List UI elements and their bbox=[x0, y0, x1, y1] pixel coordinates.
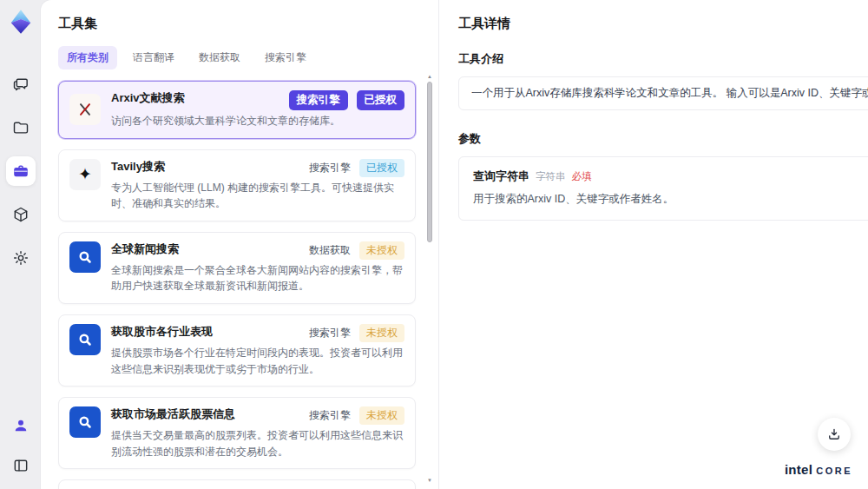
params-heading: 参数 bbox=[458, 131, 868, 147]
sidebar-bottom bbox=[6, 411, 36, 480]
tool-name: 获取市场最活跃股票信息 bbox=[111, 406, 235, 423]
tool-description: 提供股票市场各个行业在特定时间段内的表现。投资者可以利用这些信息来识别表现优于或… bbox=[111, 345, 404, 377]
sidebar-nav bbox=[6, 69, 36, 273]
tool-description: 访问各个研究领域大量科学论文和文章的存储库。 bbox=[111, 113, 404, 129]
news-search-icon bbox=[69, 406, 101, 438]
main-content: 工具集 所有类别语言翻译数据获取搜索引擎 Arxiv文献搜索 搜索引擎 已授权 … bbox=[41, 0, 868, 489]
tool-card[interactable]: ✦ Tavily搜索 搜索引擎 已授权 专为人工智能代理 (LLM) 构建的搜索… bbox=[58, 149, 416, 221]
arxiv-icon bbox=[69, 94, 101, 125]
intro-text: 一个用于从Arxiv存储库搜索科学论文和文章的工具。 输入可以是Arxiv ID… bbox=[471, 87, 868, 99]
core-wordmark: CORE bbox=[816, 466, 852, 476]
tool-card[interactable]: 全球新闻搜索 数据获取 未授权 全球新闻搜索是一个聚合全球各大新闻网站内容的搜索… bbox=[58, 232, 416, 304]
intro-heading: 工具介绍 bbox=[458, 51, 868, 67]
category-tag: 搜索引擎 bbox=[309, 161, 351, 175]
tool-description: 提供当天交易量最高的股票列表。投资者可以利用这些信息来识别流动性强的股票和潜在的… bbox=[111, 427, 404, 459]
download-icon bbox=[826, 426, 842, 442]
download-button[interactable] bbox=[818, 418, 851, 451]
tool-card[interactable]: 获取市场最活跃股票信息 搜索引擎 未授权 提供当天交易量最高的股票列表。投资者可… bbox=[58, 397, 416, 469]
scrollbar-thumb[interactable] bbox=[427, 82, 432, 242]
sidebar bbox=[0, 0, 41, 489]
tavily-icon: ✦ bbox=[69, 159, 101, 190]
folder-icon[interactable] bbox=[6, 113, 36, 142]
news-search-icon bbox=[69, 324, 101, 355]
tool-card[interactable]: Arxiv文献搜索 搜索引擎 已授权 访问各个研究领域大量科学论文和文章的存储库… bbox=[58, 81, 416, 139]
auth-badge: 未授权 bbox=[359, 406, 404, 425]
scrollbar-down-icon[interactable]: ▼ bbox=[426, 477, 433, 484]
panel-toggle-icon[interactable] bbox=[6, 451, 36, 480]
list-scrollbar[interactable]: ▲ ▼ bbox=[426, 75, 433, 484]
details-title: 工具详情 bbox=[458, 16, 868, 32]
gear-icon[interactable] bbox=[6, 243, 36, 273]
app-window: 工具集 所有类别语言翻译数据获取搜索引擎 Arxiv文献搜索 搜索引擎 已授权 … bbox=[0, 0, 868, 489]
intel-core-logo: intel CORE bbox=[785, 462, 852, 477]
chat-icon[interactable] bbox=[6, 69, 36, 99]
tool-details-pane: 工具详情 工具介绍 一个用于从Arxiv存储库搜索科学论文和文章的工具。 输入可… bbox=[438, 0, 868, 489]
param-box: 查询字符串 字符串 必填 用于搜索的Arxiv ID、关键字或作者姓名。 bbox=[458, 156, 868, 221]
category-tabs: 所有类别语言翻译数据获取搜索引擎 bbox=[58, 46, 421, 69]
tool-name: Arxiv文献搜索 bbox=[111, 90, 185, 107]
auth-badge: 未授权 bbox=[359, 324, 404, 342]
tool-name: Tavily搜索 bbox=[111, 159, 165, 175]
auth-badge: 已授权 bbox=[357, 90, 405, 110]
param-description: 用于搜索的Arxiv ID、关键字或作者姓名。 bbox=[473, 192, 868, 207]
category-tag: 数据获取 bbox=[309, 243, 351, 258]
tab-all-categories[interactable]: 所有类别 bbox=[58, 46, 117, 69]
param-required-badge: 必填 bbox=[572, 170, 592, 183]
tool-list-pane: 工具集 所有类别语言翻译数据获取搜索引擎 Arxiv文献搜索 搜索引擎 已授权 … bbox=[41, 0, 438, 489]
category-tag: 搜索引擎 bbox=[289, 90, 348, 110]
param-type: 字符串 bbox=[536, 170, 566, 183]
tool-description: 全球新闻搜索是一个聚合全球各大新闻网站内容的搜索引擎，帮助用户快速获取全球最新资… bbox=[111, 262, 404, 294]
intro-box: 一个用于从Arxiv存储库搜索科学论文和文章的工具。 输入可以是Arxiv ID… bbox=[458, 76, 868, 110]
tool-card[interactable]: 获取股市各行业表现 搜索引擎 未授权 提供股票市场各个行业在特定时间段内的表现。… bbox=[58, 314, 416, 387]
toolbox-icon[interactable] bbox=[6, 156, 36, 186]
category-tag: 搜索引擎 bbox=[309, 408, 351, 423]
tool-name: 全球新闻搜索 bbox=[111, 241, 179, 258]
tab-language-translation[interactable]: 语言翻译 bbox=[124, 46, 183, 69]
auth-badge: 未授权 bbox=[359, 241, 404, 260]
tool-list: Arxiv文献搜索 搜索引擎 已授权 访问各个研究领域大量科学论文和文章的存储库… bbox=[58, 81, 416, 489]
app-logo-icon[interactable] bbox=[8, 9, 34, 35]
tool-card[interactable]: 万维地区新闻查询 搜索引擎 未授权 查询具体行政区划内的新闻，快速了解各地新闻动 bbox=[58, 479, 416, 489]
tab-data-fetch[interactable]: 数据获取 bbox=[190, 46, 249, 69]
avatar-icon[interactable] bbox=[6, 411, 36, 440]
cube-icon[interactable] bbox=[6, 200, 36, 229]
tool-name: 获取股市各行业表现 bbox=[111, 324, 213, 340]
page-title: 工具集 bbox=[58, 16, 421, 32]
param-name: 查询字符串 bbox=[473, 169, 529, 184]
auth-badge: 已授权 bbox=[359, 159, 404, 177]
tool-description: 专为人工智能代理 (LLM) 构建的搜索引擎工具。可快速提供实时、准确和真实的结… bbox=[111, 180, 404, 212]
tab-search-engine[interactable]: 搜索引擎 bbox=[256, 46, 315, 69]
scrollbar-up-icon[interactable]: ▲ bbox=[426, 73, 433, 80]
news-search-icon bbox=[69, 241, 101, 273]
intel-wordmark: intel bbox=[785, 462, 812, 477]
category-tag: 搜索引擎 bbox=[309, 326, 351, 340]
